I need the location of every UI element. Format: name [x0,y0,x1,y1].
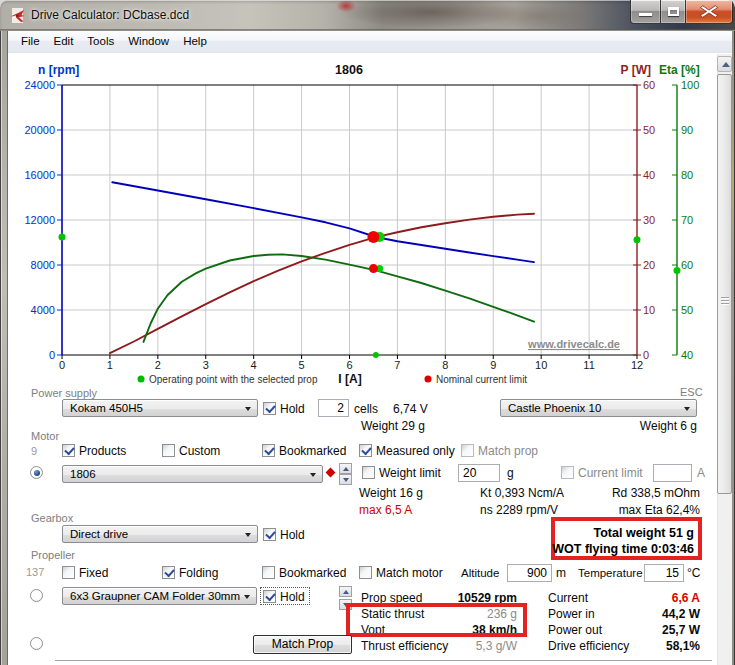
power-supply-hold-label: Hold [280,402,305,416]
cells-input[interactable]: 2 [318,399,349,417]
altitude-unit: m [556,566,566,580]
motor-spinner-down[interactable] [339,474,352,485]
caption-buttons [630,0,733,24]
motor-spinner-up[interactable] [339,463,352,474]
propeller-hold-checkbox[interactable] [263,590,276,603]
altitude-input[interactable]: 900 [507,564,552,582]
weight-limit-label: Weight limit [379,466,441,480]
scrollbar-thumb[interactable] [717,74,732,494]
svg-text:7: 7 [394,359,400,371]
motor-filter-custom-label: Custom [179,444,220,458]
current-limit-checkbox[interactable] [561,466,574,479]
svg-text:9: 9 [490,359,496,371]
current-value: 6,6 A [600,591,700,605]
current-limit-unit: A [697,466,705,480]
svg-text:40: 40 [681,349,693,361]
menu-help[interactable]: Help [176,33,214,50]
gearbox-select[interactable]: Direct drive [62,525,258,543]
power-supply-select[interactable]: Kokam 450H5 [62,399,258,417]
motor-filter-match-prop-checkbox[interactable] [461,444,474,457]
motor-filter-custom-checkbox[interactable] [162,444,175,457]
power-in-label: Power in [548,607,595,621]
weight-limit-input[interactable]: 20 [458,464,500,482]
maximize-icon [668,7,679,16]
svg-text:Nominal current limit: Nominal current limit [436,374,527,385]
power-supply-selected-value: Kokam 450H5 [70,402,143,414]
minimize-button[interactable] [630,0,660,24]
spinner-down-icon [343,478,349,482]
svg-text:0: 0 [59,359,65,371]
power-in-value: 44,2 W [600,607,700,621]
altitude-label: Altitude [461,567,499,579]
motor-max-eta: max Eta 62,4% [560,503,700,517]
svg-text:8: 8 [442,359,448,371]
svg-text:4: 4 [251,359,257,371]
svg-text:50: 50 [681,304,693,316]
power-supply-section-label: Power supply [31,387,97,399]
esc-section-label: ESC [680,386,703,398]
svg-text:1: 1 [107,359,113,371]
scrollbar-up-button[interactable] [717,56,732,72]
menu-tools[interactable]: Tools [80,33,121,50]
motor-filter-products-checkbox[interactable] [62,444,75,457]
current-limit-input[interactable] [653,464,692,482]
menu-window[interactable]: Window [121,33,176,50]
svg-text:20000: 20000 [24,124,55,136]
svg-text:Eta [%]: Eta [%] [659,63,700,77]
svg-text:20: 20 [643,259,655,271]
svg-text:8000: 8000 [31,259,55,271]
gearbox-hold-checkbox[interactable] [263,528,276,541]
svg-text:30: 30 [643,214,655,226]
temperature-input[interactable]: 15 [644,564,684,582]
motor-select[interactable]: 1806 [62,465,323,483]
motor-kt: Kt 0,393 Ncm/A [480,486,564,500]
prop-filter-bookmarked-checkbox[interactable] [262,566,275,579]
svg-text:70: 70 [681,214,693,226]
weight-limit-checkbox[interactable] [362,466,375,479]
power-supply-hold-checkbox[interactable] [263,402,276,415]
minimize-icon [639,13,652,16]
propeller-select[interactable]: 6x3 Graupner CAM Folder 30mm [62,587,257,605]
menu-edit[interactable]: Edit [47,33,81,50]
esc-select[interactable]: Castle Phoenix 10 [500,399,697,417]
svg-text:24000: 24000 [24,79,55,91]
motor-filter-bookmarked-checkbox[interactable] [262,444,275,457]
power-out-value: 25,7 W [600,623,700,637]
menu-file[interactable]: File [14,33,47,50]
app-icon [9,7,26,24]
svg-text:Operating point with the selec: Operating point with the selected prop [149,374,318,385]
titlebar[interactable]: Drive Calculator: DCbase.dcd [0,0,735,31]
svg-text:I [A]: I [A] [338,372,361,386]
totals-highlight-box: Total weight 51 g WOT flying time 0:03:4… [551,517,702,560]
vertical-scrollbar[interactable] [717,54,732,665]
close-button[interactable] [686,0,733,24]
motor-filter-measured-only-checkbox[interactable] [359,444,372,457]
gearbox-hold-label: Hold [280,528,305,542]
motor-filter-products-label: Products [79,444,126,458]
drive-efficiency-value: 58,1% [600,639,700,653]
match-prop-button[interactable]: Match Prop [253,635,352,654]
thrust-highlight-box [346,603,527,637]
bottom-row-radio[interactable] [30,637,43,650]
total-weight: Total weight 51 g [594,526,694,540]
prop-filter-folding-label: Folding [179,566,218,580]
motor-row-radio[interactable] [30,466,43,479]
motor-filter-bookmarked-label: Bookmarked [279,444,346,458]
window-border-left [0,31,8,665]
prop-filter-match-motor-checkbox[interactable] [359,566,372,579]
svg-text:12: 12 [631,359,643,371]
svg-text:6: 6 [346,359,352,371]
motor-rd: Rd 338,5 mOhm [560,486,700,500]
prop-filter-fixed-label: Fixed [79,566,108,580]
svg-text:16000: 16000 [24,169,55,181]
prop-filter-fixed-checkbox[interactable] [62,566,75,579]
prop-filter-folding-checkbox[interactable] [162,566,175,579]
svg-text:4000: 4000 [31,304,55,316]
maximize-button[interactable] [660,0,686,24]
propeller-spinner-up[interactable] [339,586,352,597]
app-window: Drive Calculator: DCbase.dcd File Edit T… [0,0,735,665]
svg-text:50: 50 [643,124,655,136]
propeller-row-radio[interactable] [30,589,43,602]
motor-selected-value: 1806 [70,468,96,480]
svg-text:3: 3 [203,359,209,371]
